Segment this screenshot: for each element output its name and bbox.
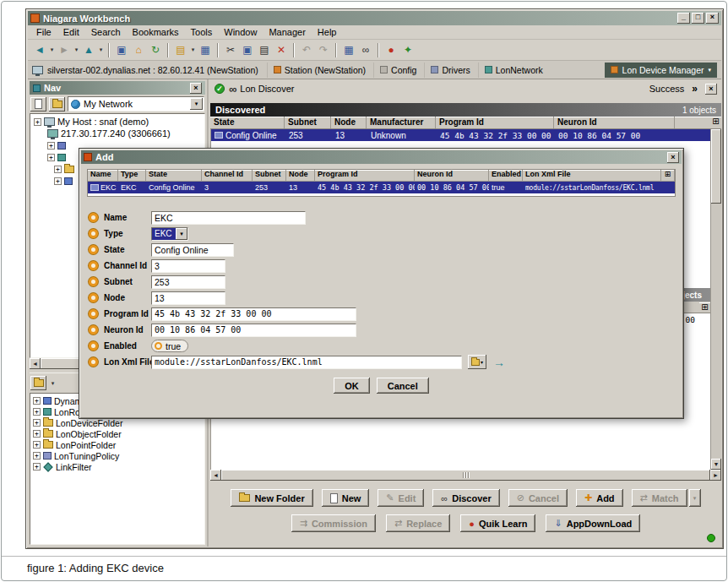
menu-search[interactable]: Search bbox=[85, 26, 127, 38]
breadcrumb-lonnetwork[interactable]: LonNetwork bbox=[478, 63, 549, 78]
column-program-id[interactable]: Program Id bbox=[436, 117, 554, 128]
column-neuron-id[interactable]: Neuron Id bbox=[554, 117, 675, 128]
program-id-input[interactable] bbox=[151, 307, 356, 321]
column-subnet[interactable]: Subnet bbox=[285, 117, 331, 128]
menu-help[interactable]: Help bbox=[312, 26, 343, 38]
up-caret-icon[interactable]: ▾ bbox=[97, 42, 105, 58]
scrollbar-thumb[interactable] bbox=[221, 470, 710, 481]
enabled-toggle[interactable]: true bbox=[151, 340, 188, 352]
undo-icon[interactable]: ↶ bbox=[298, 42, 315, 58]
column-type[interactable]: Type bbox=[118, 170, 146, 181]
menu-bookmarks[interactable]: Bookmarks bbox=[127, 26, 185, 38]
ok-button[interactable]: OK bbox=[334, 378, 370, 394]
expand-icon[interactable]: + bbox=[47, 154, 55, 161]
horizontal-scrollbar[interactable]: ◄ ► bbox=[210, 470, 721, 481]
job-close-button[interactable]: × bbox=[705, 84, 717, 95]
delete-icon[interactable]: ✕ bbox=[273, 42, 290, 58]
appdownload-button[interactable]: ⇓AppDownLoad bbox=[546, 514, 640, 532]
column-node[interactable]: Node bbox=[331, 117, 367, 128]
minimize-button[interactable]: _ bbox=[677, 13, 690, 24]
menu-window[interactable]: Window bbox=[218, 26, 263, 38]
scroll-down-icon[interactable]: ▼ bbox=[711, 459, 721, 470]
menu-tools[interactable]: Tools bbox=[185, 26, 219, 38]
hyperlink-arrow-icon[interactable]: → bbox=[493, 356, 505, 369]
quik-learn-button[interactable]: ●Quik Learn bbox=[460, 514, 535, 532]
table-row[interactable]: Config Online 253 13 Unknown 45 4b 43 32… bbox=[211, 129, 710, 141]
alarm-icon[interactable]: ● bbox=[383, 42, 399, 58]
back-caret-icon[interactable]: ▾ bbox=[48, 42, 56, 58]
palette-item-lonpointfolder[interactable]: + LonPointFolder bbox=[30, 439, 204, 450]
vertical-scrollbar[interactable]: ▼ bbox=[710, 129, 721, 470]
breadcrumb-config[interactable]: Config bbox=[373, 63, 422, 78]
expand-icon[interactable]: + bbox=[47, 142, 55, 150]
refresh-icon[interactable]: ↻ bbox=[147, 42, 164, 58]
cancel-button[interactable]: ⊘Cancel bbox=[508, 489, 568, 507]
menu-file[interactable]: File bbox=[30, 26, 57, 38]
palette-item-lonobjectfolder[interactable]: + LonObjectFolder bbox=[30, 428, 204, 439]
column-lon-xml-file[interactable]: Lon Xml File bbox=[523, 170, 661, 181]
node-input[interactable] bbox=[151, 291, 225, 305]
column-enabled[interactable]: Enabled bbox=[489, 170, 523, 181]
menu-edit[interactable]: Edit bbox=[57, 26, 85, 38]
table-options-icon[interactable]: ⊞ bbox=[661, 170, 675, 181]
commission-button[interactable]: ⇉Commission bbox=[291, 514, 376, 532]
window-titlebar[interactable]: Niagara Workbench _ □ × bbox=[28, 11, 721, 25]
expand-icon[interactable]: + bbox=[33, 452, 41, 460]
up-icon[interactable]: ▲ bbox=[80, 42, 97, 58]
scope-caret-icon[interactable]: ▾ bbox=[190, 98, 203, 110]
home-icon[interactable]: ⌂ bbox=[130, 42, 147, 58]
file-browse-button[interactable]: ▾ bbox=[468, 355, 486, 369]
table-options-icon[interactable]: ⊞ bbox=[710, 117, 721, 128]
dialog-titlebar[interactable]: Add × bbox=[81, 150, 682, 164]
forward-caret-icon[interactable]: ▾ bbox=[73, 42, 80, 58]
name-input[interactable] bbox=[151, 211, 306, 225]
maximize-button[interactable]: □ bbox=[692, 13, 704, 24]
open-caret-icon[interactable]: ▾ bbox=[189, 42, 197, 58]
neuron-id-input[interactable] bbox=[151, 324, 356, 337]
column-state[interactable]: State bbox=[210, 117, 285, 128]
copy-icon[interactable]: ▣ bbox=[239, 42, 256, 58]
dialog-cancel-button[interactable]: Cancel bbox=[377, 378, 429, 394]
program-icon[interactable]: ✦ bbox=[399, 42, 416, 58]
nav-open-button[interactable] bbox=[49, 97, 65, 112]
channel-id-input[interactable] bbox=[151, 259, 225, 273]
scrollbar-thumb[interactable] bbox=[711, 129, 721, 204]
add-button[interactable]: ✚Add bbox=[576, 489, 623, 507]
bookmark-icon[interactable]: ▣ bbox=[113, 42, 130, 58]
match-caret-icon[interactable]: ▾ bbox=[689, 489, 701, 507]
expand-icon[interactable]: + bbox=[33, 441, 41, 449]
palette-caret-icon[interactable]: ▾ bbox=[49, 375, 57, 391]
forward-icon[interactable]: ► bbox=[56, 42, 73, 58]
expand-icon[interactable]: + bbox=[33, 408, 41, 416]
expand-icon[interactable]: + bbox=[33, 397, 41, 405]
redo-icon[interactable]: ↷ bbox=[315, 42, 332, 58]
expand-icon[interactable]: + bbox=[33, 419, 41, 427]
breadcrumb-station[interactable]: Station (NewStation) bbox=[267, 63, 372, 78]
replace-button[interactable]: ⇄Replace bbox=[386, 514, 450, 532]
new-folder-button[interactable]: New Folder bbox=[231, 489, 312, 507]
view-selector[interactable]: Lon Device Manager ▾ bbox=[605, 63, 717, 78]
palette-item-linkfilter[interactable]: + LinkFilter bbox=[30, 461, 204, 472]
column-name[interactable]: Name bbox=[88, 170, 118, 181]
scroll-left-icon[interactable]: ◄ bbox=[30, 358, 41, 369]
expand-icon[interactable]: + bbox=[34, 118, 41, 126]
views-icon[interactable]: ▦ bbox=[340, 42, 357, 58]
job-log-button[interactable]: » bbox=[692, 83, 698, 95]
column-state[interactable]: State bbox=[146, 170, 202, 181]
new-button[interactable]: New bbox=[322, 489, 370, 507]
breadcrumb-host[interactable]: silverstar-002.dynalias.net : 82.60.12.4… bbox=[32, 65, 265, 75]
column-node[interactable]: Node bbox=[286, 170, 315, 181]
column-neuron-id[interactable]: Neuron Id bbox=[415, 170, 489, 181]
select-caret-icon[interactable]: ▾ bbox=[176, 228, 187, 240]
breadcrumb-drivers[interactable]: Drivers bbox=[424, 63, 475, 78]
close-button[interactable]: × bbox=[706, 13, 719, 24]
expand-icon[interactable]: + bbox=[33, 463, 41, 470]
dialog-table-row[interactable]: EKC EKC Config Online 3 253 13 45 4b 43 … bbox=[88, 182, 675, 193]
scroll-left-icon[interactable]: ◄ bbox=[210, 470, 221, 481]
nav-new-button[interactable] bbox=[30, 97, 46, 112]
paste-icon[interactable]: ▤ bbox=[256, 42, 273, 58]
expand-icon[interactable]: + bbox=[54, 177, 62, 185]
tree-item-my-host[interactable]: + My Host : snaf (demo) bbox=[30, 116, 204, 128]
column-subnet[interactable]: Subnet bbox=[253, 170, 286, 181]
menu-manager[interactable]: Manager bbox=[263, 26, 311, 38]
